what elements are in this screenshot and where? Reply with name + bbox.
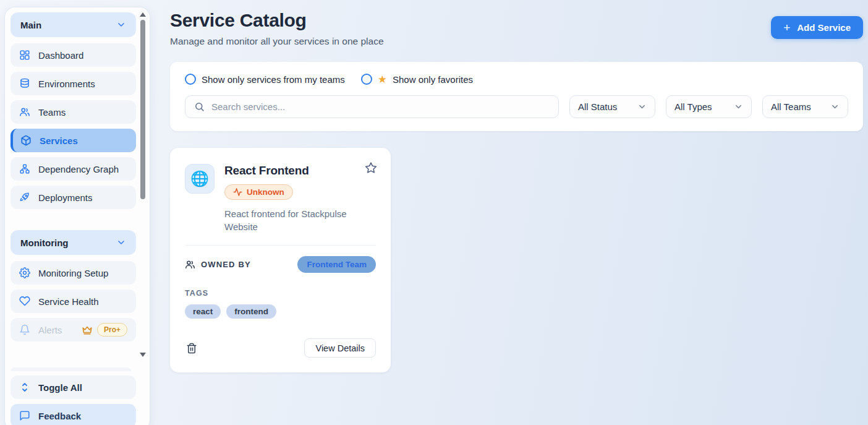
page-header: Service Catalog Manage and monitor all y… [170,0,863,47]
scrollbar-down-arrow[interactable] [140,353,146,357]
types-dropdown-value: All Types [674,101,712,112]
page-title-block: Service Catalog Manage and monitor all y… [170,10,384,47]
sidebar-item-label: Alerts [38,325,62,335]
tags-label: TAGS [185,289,376,298]
sidebar-item-alerts[interactable]: Alerts Pro+ [11,318,136,341]
users-icon [19,106,30,118]
scrollbar-thumb[interactable] [140,20,145,199]
chevron-down-icon [116,20,126,30]
heart-icon [19,296,30,307]
sidebar-item-dependency-graph[interactable]: Dependency Graph [11,157,136,181]
sidebar-item-label: Environments [38,79,95,89]
card-divider [185,245,376,246]
status-label: Unknown [247,187,284,197]
teams-dropdown-value: All Teams [771,101,811,112]
sidebar-item-teams[interactable]: Teams [11,100,136,124]
crown-icon [82,324,93,335]
package-icon [20,135,32,146]
owned-by-label: OWNED BY [201,260,251,269]
unfold-icon [19,382,30,393]
database-icon [19,78,30,89]
gear-icon [19,267,30,278]
hierarchy-icon [19,163,30,174]
my-teams-toggle[interactable]: Show only services from my teams [185,74,345,85]
sidebar: Main Dashboard Environments Teams Servic… [5,7,150,425]
sidebar-item-deployments[interactable]: Deployments [11,186,136,209]
tag-pill: react [185,304,221,319]
sidebar-item-toggle-all[interactable]: Toggle All [11,376,136,399]
scrollbar-up-arrow[interactable] [140,12,146,17]
teams-dropdown[interactable]: All Teams [762,95,848,118]
favorite-star-button[interactable] [364,160,378,175]
add-service-button[interactable]: + Add Service [771,16,863,39]
star-outline-icon [365,161,377,174]
search-input[interactable] [211,101,550,112]
delete-service-button[interactable] [185,341,198,355]
main-content: Service Catalog Manage and monitor all y… [170,0,863,425]
sidebar-section-main-label: Main [20,20,41,30]
dashboard-grid-icon [19,49,30,61]
pro-plus-badge: Pro+ [97,323,127,337]
favorites-toggle[interactable]: ★ Show only favorites [361,74,473,85]
service-card-header: 🌐 React Frontend Unknown React frontend … [185,164,376,233]
sidebar-item-environments[interactable]: Environments [11,72,136,95]
filter-toggles: Show only services from my teams ★ Show … [185,74,848,85]
users-icon [185,259,195,270]
sidebar-section-main[interactable]: Main [11,12,136,37]
owner-team-badge[interactable]: Frontend Team [297,256,376,273]
sidebar-nav: Main Dashboard Environments Teams Servic… [11,12,145,366]
chevron-down-icon [830,102,840,111]
page-title: Service Catalog [170,10,384,31]
star-icon: ★ [378,74,387,85]
owned-by-row: OWNED BY Frontend Team [185,256,376,273]
filter-controls: All Status All Types All Teams [185,95,848,118]
bell-icon [19,324,30,335]
favorites-label: Show only favorites [393,74,473,85]
service-card: 🌐 React Frontend Unknown React frontend … [170,148,391,372]
status-badge: Unknown [224,184,293,200]
sidebar-section-monitoring-label: Monitoring [20,238,68,248]
globe-icon: 🌐 [190,170,209,187]
search-box[interactable] [185,95,559,118]
sidebar-item-label: Dependency Graph [38,164,119,174]
service-description: React frontend for Stackpulse Website [224,208,357,233]
tag-pill: frontend [226,304,276,319]
favorites-radio[interactable] [361,74,372,85]
chevron-down-icon [734,102,743,111]
sidebar-item-label: Teams [38,107,66,118]
service-type-icon: 🌐 [185,164,215,194]
my-teams-label: Show only services from my teams [202,74,345,85]
search-icon [194,101,205,112]
sidebar-section-monitoring[interactable]: Monitoring [11,230,136,255]
sidebar-item-feedback[interactable]: Feedback [11,404,136,425]
card-footer: View Details [185,338,376,358]
tags-row: react frontend [185,304,376,319]
sidebar-item-label: Deployments [38,192,93,203]
sidebar-item-label: Toggle All [38,382,82,393]
status-dropdown[interactable]: All Status [569,95,655,118]
clipped-nav-item [11,367,131,371]
plus-icon: + [783,22,790,33]
service-title: React Frontend [224,164,357,178]
sidebar-item-service-health[interactable]: Service Health [11,290,136,313]
filter-panel: Show only services from my teams ★ Show … [170,62,863,131]
trash-icon [186,343,197,354]
sidebar-item-label: Services [40,135,78,146]
my-teams-radio[interactable] [185,74,196,85]
sidebar-item-monitoring-setup[interactable]: Monitoring Setup [11,261,136,285]
sidebar-item-services[interactable]: Services [11,129,136,152]
rocket-icon [19,192,30,203]
add-service-label: Add Service [797,22,851,33]
speech-bubble-icon [19,410,30,421]
sidebar-item-label: Dashboard [38,50,83,61]
chevron-down-icon [637,102,647,111]
sidebar-item-dashboard[interactable]: Dashboard [11,43,136,67]
sidebar-section-gap [11,214,136,230]
sidebar-item-label: Monitoring Setup [38,268,108,278]
view-details-button[interactable]: View Details [304,338,376,358]
activity-pulse-icon [233,187,242,197]
types-dropdown[interactable]: All Types [666,95,752,118]
sidebar-item-label: Service Health [38,296,99,307]
service-head-column: React Frontend Unknown React frontend fo… [224,164,357,233]
chevron-down-icon [116,238,126,247]
